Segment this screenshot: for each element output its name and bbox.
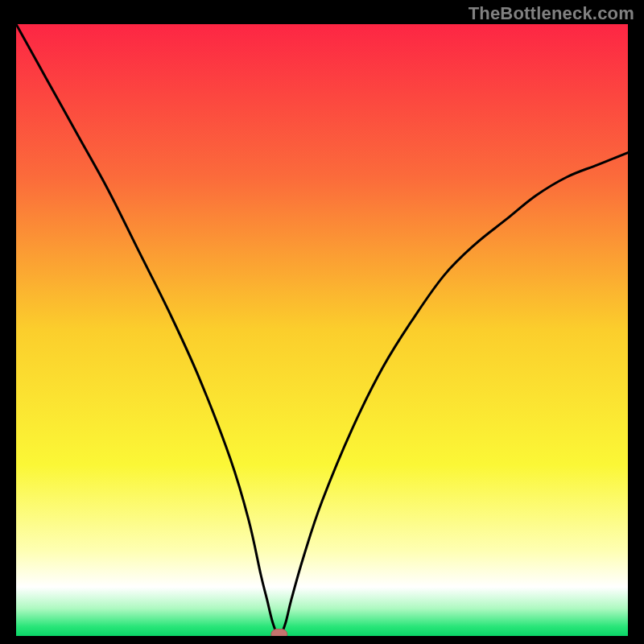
watermark-text: TheBottleneck.com <box>469 3 634 24</box>
plot-area <box>16 24 628 636</box>
gradient-background <box>16 24 628 636</box>
optimum-marker <box>271 630 287 637</box>
chart-svg <box>16 24 628 636</box>
chart-frame: TheBottleneck.com <box>0 0 644 644</box>
